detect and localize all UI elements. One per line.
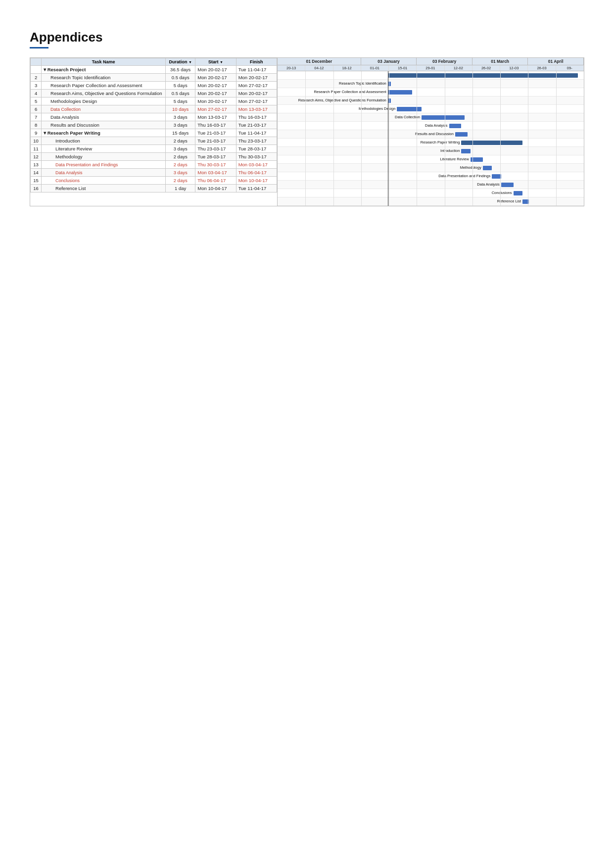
task-duration: 1 day: [166, 185, 195, 193]
gantt-month-cell: 03 January: [361, 58, 417, 65]
col-header-duration: Duration ▼: [166, 58, 195, 66]
task-finish: Tue 11-04-17: [236, 129, 277, 137]
task-name: Research Aims, Objective and Questions F…: [42, 90, 166, 97]
gantt-week-cell: 15-01: [389, 65, 417, 71]
gantt-bar: [397, 107, 422, 111]
task-table: Task Name Duration ▼ Start ▼ Finish ▾ Re…: [30, 58, 278, 206]
task-start: Mon 20-02-17: [195, 74, 236, 82]
gantt-week-cell: 04-12: [305, 65, 333, 71]
gantt-bar-label: Conclusions: [492, 191, 512, 195]
gantt-bar-label: Research Aims, Objective and Questions F…: [298, 98, 386, 102]
gantt-chart: Task Name Duration ▼ Start ▼ Finish ▾ Re…: [30, 57, 584, 206]
table-row: 12Methodology2 daysTue 28-03-17Thu 30-03…: [31, 153, 277, 161]
gantt-grid-line: [305, 71, 306, 206]
gantt-row: Research Topic Identification: [278, 80, 584, 88]
task-id: 2: [31, 74, 42, 82]
gantt-week-cell: 09-: [556, 65, 584, 71]
task-id: 5: [31, 97, 42, 105]
task-name: Data Collection: [42, 105, 166, 113]
table-row: ▾ Research Project36.5 daysMon 20-02-17T…: [31, 66, 277, 74]
gantt-month-cell: 01 April: [528, 58, 584, 65]
gantt-grid-line: [361, 71, 362, 206]
task-id: 14: [31, 169, 42, 177]
col-header-finish: Finish: [236, 58, 277, 66]
task-duration: 2 days: [166, 137, 195, 145]
gantt-bar: [483, 166, 492, 170]
gantt-row: Data Collection: [278, 113, 584, 122]
task-duration: 3 days: [166, 113, 195, 121]
table-row: 4Research Aims, Objective and Questions …: [31, 90, 277, 97]
gantt-week-row: 20-1304-1218-1201-0115-0129-0112-0226-02…: [278, 65, 584, 71]
task-start: Tue 21-03-17: [195, 137, 236, 145]
gantt-month-cell: 01 March: [472, 58, 528, 65]
gantt-bar-label: Data Presentation and Findings: [438, 174, 490, 178]
gantt-bar: [449, 124, 462, 128]
task-start: Thu 16-03-17: [195, 121, 236, 129]
task-name: ▾ Research Project: [42, 66, 166, 74]
gantt-row: Conclusions: [278, 189, 584, 197]
task-name: Data Analysis: [42, 169, 166, 177]
task-name: Research Paper Collection and Assessment: [42, 82, 166, 90]
table-row: 11Literature Review3 daysThu 23-03-17Tue…: [31, 145, 277, 153]
table-row: 15Conclusions2 daysThu 06-04-17Mon 10-04…: [31, 177, 277, 185]
task-start: Mon 27-02-17: [195, 105, 236, 113]
col-header-task: Task Name: [42, 58, 166, 66]
task-duration: 15 days: [166, 129, 195, 137]
task-id: 16: [31, 185, 42, 193]
gantt-bar-label: Data Analysis: [477, 182, 499, 187]
task-duration: 10 days: [166, 105, 195, 113]
task-finish: Mon 10-04-17: [236, 177, 277, 185]
gantt-grid-line: [528, 71, 528, 206]
gantt-bar: [501, 183, 514, 187]
task-start: Tue 28-03-17: [195, 153, 236, 161]
task-finish: Tue 11-04-17: [236, 185, 277, 193]
task-id: 10: [31, 137, 42, 145]
gantt-week-cell: 26-03: [528, 65, 556, 71]
task-id: 8: [31, 121, 42, 129]
task-duration: 3 days: [166, 169, 195, 177]
task-start: Mon 20-02-17: [195, 82, 236, 90]
gantt-bar-label: Research Topic Identification: [339, 81, 386, 86]
gantt-row: [278, 71, 584, 80]
gantt-month-cell: 03 February: [417, 58, 472, 65]
task-name: ▾ Research Paper Writing: [42, 129, 166, 137]
task-id: 3: [31, 82, 42, 90]
task-id: 15: [31, 177, 42, 185]
page-title: Appendices: [30, 30, 584, 45]
gantt-bar-label: Research Paper Writing: [421, 140, 460, 145]
table-row: 2Research Topic Identification0.5 daysMo…: [31, 74, 277, 82]
gantt-bar: [422, 115, 465, 120]
gantt-bar: [461, 141, 522, 145]
col-header-id: [31, 58, 42, 66]
gantt-grid-line: [472, 71, 473, 206]
gantt-bar: [492, 174, 501, 179]
task-id: 9: [31, 129, 42, 137]
table-row: 8Results and Discussion3 daysThu 16-03-1…: [31, 121, 277, 129]
task-start: Thu 23-03-17: [195, 145, 236, 153]
gantt-row: Research Paper Writing: [278, 139, 584, 147]
table-row: 10Introduction2 daysTue 21-03-17Thu 23-0…: [31, 137, 277, 145]
gantt-bar: [455, 132, 468, 137]
task-start: Tue 21-03-17: [195, 129, 236, 137]
gantt-row: Data Presentation and Findings: [278, 172, 584, 181]
table-row: 3Research Paper Collection and Assessmen…: [31, 82, 277, 90]
task-duration: 5 days: [166, 97, 195, 105]
gantt-grid-line: [445, 71, 445, 206]
gantt-week-cell: 12-02: [445, 65, 472, 71]
task-name: Reference List: [42, 185, 166, 193]
gantt-row: Reference List: [278, 197, 584, 206]
task-id: 4: [31, 90, 42, 97]
gantt-week-cell: 20-13: [278, 65, 305, 71]
gantt-bar: [461, 149, 471, 153]
gantt-row: Results and Discussion: [278, 130, 584, 139]
task-finish: Mon 20-02-17: [236, 74, 277, 82]
task-start: Mon 20-02-17: [195, 90, 236, 97]
task-id: [31, 66, 42, 74]
gantt-bar-label: Methodology: [460, 165, 481, 170]
task-name: Data Analysis: [42, 113, 166, 121]
task-id: 13: [31, 161, 42, 169]
task-start: Mon 10-04-17: [195, 185, 236, 193]
gantt-row: Research Aims, Objective and Questions F…: [278, 96, 584, 105]
task-name: Methodology: [42, 153, 166, 161]
gantt-row: Introduction: [278, 147, 584, 155]
